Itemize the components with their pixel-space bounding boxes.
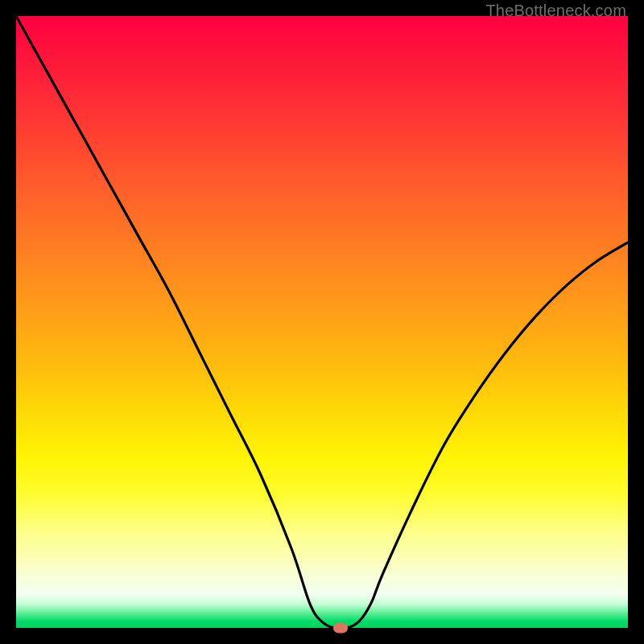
attribution-text: TheBottleneck.com — [485, 2, 626, 20]
chart-frame: TheBottleneck.com — [0, 0, 644, 644]
optimum-marker — [333, 623, 348, 634]
plot-area — [16, 16, 628, 628]
